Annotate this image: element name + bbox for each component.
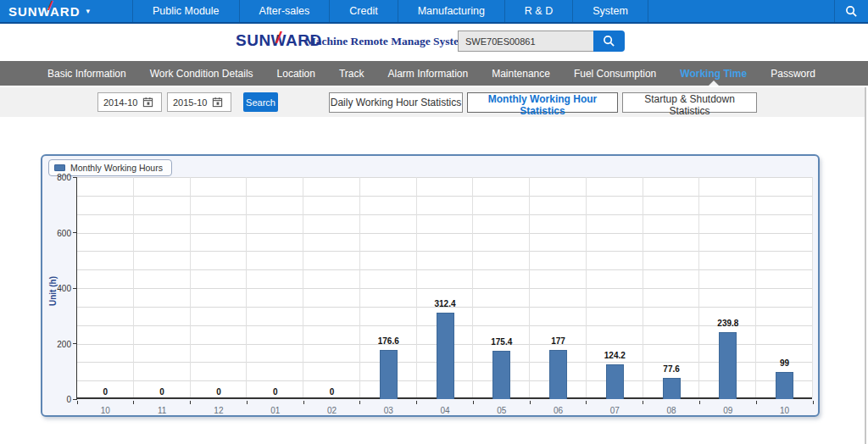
y-axis-tick-label: 400 [42, 284, 71, 293]
system-title: Machine Remote Manage System [305, 35, 468, 48]
gridline-vertical [133, 177, 134, 397]
bar-value-label: 175.4 [475, 337, 529, 347]
view-startup-shutdown-button[interactable]: Startup & Shutdown Statistics [622, 92, 757, 113]
x-axis-tick [586, 401, 587, 404]
top-menu: Public Module After-sales Credit Manufac… [132, 0, 648, 22]
view-monthly-statistics-button[interactable]: Monthly Working Hour Statistics [467, 92, 618, 113]
x-axis-tick [303, 401, 304, 404]
bar-value-label: 0 [135, 387, 189, 397]
x-axis-category-label: 02 [306, 406, 357, 415]
tab-maintenance[interactable]: Maintenance [480, 61, 562, 86]
x-axis-tick [416, 401, 417, 404]
gridline-vertical [190, 177, 191, 397]
chart-panel: Monthly Working Hours Unit (h) 020040060… [41, 154, 820, 417]
gridline-vertical [246, 177, 247, 397]
tab-alarm-information[interactable]: Alarm Information [376, 61, 480, 86]
bar-value-label: 0 [304, 387, 359, 397]
machine-search-input[interactable] [458, 31, 593, 52]
x-axis-tick [247, 401, 248, 404]
x-axis-tick [530, 401, 531, 404]
chart-bar[interactable] [437, 313, 454, 399]
x-axis-category-label: 04 [420, 406, 470, 415]
view-daily-statistics-button[interactable]: Daily Working Hour Statistics [329, 92, 463, 113]
calendar-icon[interactable] [212, 97, 223, 108]
gridline-vertical [303, 177, 303, 397]
topbar-item-public-module[interactable]: Public Module [132, 0, 240, 22]
gridline-horizontal [77, 233, 812, 234]
chart-bar[interactable] [606, 364, 624, 399]
bar-value-label: 177 [531, 336, 586, 346]
topbar-item-manufacturing[interactable]: Manufacturing [398, 0, 505, 22]
topbar-item-system[interactable]: System [573, 0, 648, 22]
x-axis-category-label: 05 [476, 406, 527, 415]
tab-track[interactable]: Track [327, 61, 376, 86]
chart-bar[interactable] [492, 351, 510, 399]
gridline-vertical [359, 177, 360, 397]
gridline-vertical [698, 177, 699, 397]
y-axis-tick-label: 0 [42, 395, 71, 404]
topbar-logo-text: SUNWARD [8, 4, 81, 19]
tab-working-time[interactable]: Working Time [668, 61, 759, 86]
chart-bar[interactable] [719, 332, 737, 399]
topbar-item-after-sales[interactable]: After-sales [240, 0, 331, 22]
y-axis-tick [73, 399, 77, 400]
bar-value-label: 0 [192, 387, 246, 397]
tab-fuel-consumption[interactable]: Fuel Consumption [562, 61, 668, 86]
bar-value-label: 0 [248, 387, 303, 397]
date-from-input[interactable] [98, 97, 142, 108]
x-axis-category-label: 06 [533, 406, 584, 415]
page-right-border [865, 87, 866, 444]
topbar-logo[interactable]: SUNWARD / ▾ [0, 0, 102, 22]
topbar-search-button[interactable] [834, 0, 868, 22]
x-axis-category-label: 01 [250, 406, 301, 415]
date-to-field [167, 92, 231, 112]
gridline-vertical [472, 177, 473, 397]
date-to-input[interactable] [168, 97, 212, 108]
tab-location[interactable]: Location [265, 61, 327, 86]
gridline-vertical [812, 177, 813, 397]
top-menu-bar: SUNWARD / ▾ Public Module After-sales Cr… [0, 0, 868, 22]
x-axis-tick [133, 401, 134, 404]
chart-bar[interactable] [549, 350, 567, 399]
filter-bar: Search Daily Working Hour Statistics Mon… [0, 87, 865, 117]
gridline-horizontal [77, 251, 812, 252]
tab-work-condition-details[interactable]: Work Condition Details [138, 61, 265, 86]
x-axis-tick [190, 401, 191, 404]
gridline-horizontal [77, 214, 812, 215]
chevron-down-icon: ▾ [86, 7, 91, 15]
machine-search-button[interactable] [593, 31, 625, 52]
chart-bar[interactable] [776, 372, 793, 399]
tab-working-time-label: Working Time [680, 68, 747, 80]
tab-password[interactable]: Password [759, 61, 827, 86]
gridline-horizontal [77, 288, 812, 289]
filter-search-button[interactable]: Search [243, 92, 278, 112]
search-icon [845, 5, 858, 18]
x-axis-category-label: 03 [363, 406, 414, 415]
topbar-item-credit[interactable]: Credit [330, 0, 398, 22]
x-axis-tick [77, 401, 78, 404]
tab-basic-information[interactable]: Basic Information [36, 61, 138, 86]
chart-bar[interactable] [663, 378, 681, 399]
bar-value-label: 176.6 [361, 336, 415, 346]
active-tab-pointer-icon [709, 80, 719, 86]
x-axis-category-label: 11 [136, 406, 187, 415]
x-axis-tick [643, 401, 643, 404]
legend-label: Monthly Working Hours [70, 163, 163, 173]
y-axis-tick [73, 288, 77, 289]
x-axis-tick [359, 401, 360, 404]
x-axis-tick [699, 401, 700, 404]
calendar-icon[interactable] [142, 97, 153, 108]
bar-value-label: 312.4 [418, 299, 472, 308]
bar-value-label: 77.6 [644, 364, 698, 374]
bar-value-label: 239.8 [701, 319, 755, 328]
gridline-horizontal [77, 177, 812, 178]
gridline-horizontal [77, 196, 812, 197]
gridline-vertical [586, 177, 587, 397]
gridline-vertical [755, 177, 756, 397]
topbar-item-rd[interactable]: R & D [505, 0, 573, 22]
gridline-vertical [416, 177, 417, 397]
y-axis-tick [73, 232, 77, 233]
chart-bar[interactable] [380, 350, 398, 399]
bar-value-label: 99 [758, 358, 812, 368]
x-axis-category-label: 12 [193, 406, 244, 415]
